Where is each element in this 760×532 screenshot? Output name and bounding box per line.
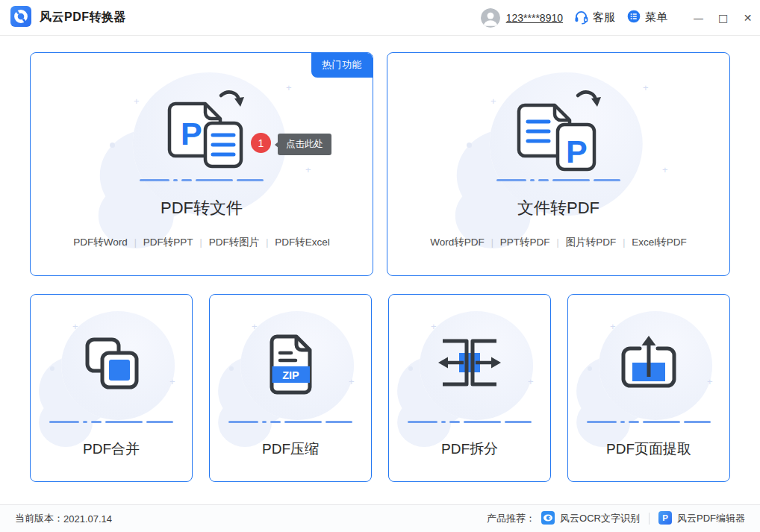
underline-dashes <box>140 179 264 181</box>
card-pdf-merge[interactable]: + + PDF合并 <box>30 294 193 482</box>
sub-item: 图片转PDF <box>566 236 617 249</box>
spark-icon: + <box>490 96 496 106</box>
sub-item: PDF转Excel <box>275 236 330 249</box>
decor-dot <box>467 143 472 148</box>
app-logo-icon <box>10 6 31 30</box>
product-pdf-editor-label: 风云PDF编辑器 <box>677 512 745 525</box>
window-controls: — □ ✕ <box>686 6 760 30</box>
sub-item: Word转PDF <box>430 236 485 249</box>
app-title: 风云PDF转换器 <box>40 10 126 25</box>
product-recommendations: 产品推荐： 风云OCR文字识别 P <box>487 511 745 527</box>
pdf-extract-icon <box>611 332 686 396</box>
underline-dashes <box>496 179 620 181</box>
card-pdf-split[interactable]: + + PDF拆分 <box>388 294 551 482</box>
version-label: 当前版本： <box>15 512 63 525</box>
separator: | <box>623 237 625 248</box>
click-here-tooltip: 点击此处 <box>278 134 331 155</box>
underline-dashes <box>49 421 173 423</box>
maximize-button[interactable]: □ <box>711 6 735 30</box>
card-title: 文件转PDF <box>387 197 729 219</box>
customer-service-button[interactable]: 客服 <box>573 9 615 27</box>
sub-item: Excel转PDF <box>632 236 687 249</box>
pdf-to-file-icon: P <box>146 86 258 177</box>
titlebar: 风云PDF转换器 123****8910 客服 <box>0 0 760 36</box>
card-title: PDF页面提取 <box>568 439 729 459</box>
product-ocr-link[interactable]: 风云OCR文字识别 <box>541 511 640 527</box>
decor-dot <box>50 366 54 371</box>
separator: | <box>557 237 559 248</box>
underline-dashes <box>408 421 532 423</box>
user-avatar-icon[interactable] <box>481 8 500 28</box>
card-title: PDF压缩 <box>210 439 371 459</box>
separator: | <box>491 237 493 248</box>
minimize-button[interactable]: — <box>686 6 711 30</box>
spark-icon: + <box>643 83 649 93</box>
sub-item: PPT转PDF <box>500 236 550 249</box>
titlebar-right: 123****8910 客服 菜单 <box>481 6 760 30</box>
card-subtitle: PDF转Word | PDF转PPT | PDF转图片 | PDF转Excel <box>31 236 373 249</box>
decor-dot <box>588 366 592 371</box>
product-ocr-label: 风云OCR文字识别 <box>560 512 640 525</box>
menu-button[interactable]: 菜单 <box>626 9 667 26</box>
account-link[interactable]: 123****8910 <box>506 12 563 24</box>
letter-p: P <box>181 116 202 151</box>
hot-feature-badge: 热门功能 <box>311 53 373 78</box>
separator: | <box>134 237 137 248</box>
card-pdf-compress[interactable]: + + ZIP PDF压缩 <box>209 294 372 482</box>
statusbar: 当前版本： 2021.07.14 产品推荐： 风云OCR文字识别 <box>0 504 760 532</box>
zip-label: ZIP <box>282 369 299 381</box>
pdf-editor-app-icon: P <box>658 511 672 527</box>
sub-item: PDF转PPT <box>143 236 193 249</box>
separator: | <box>266 237 268 248</box>
card-title: PDF合并 <box>31 439 192 459</box>
card-file-to-pdf[interactable]: + + + P 文件转PDF Word转PDF | PPT转PDF | 图片转P… <box>387 52 730 276</box>
divider <box>649 513 650 525</box>
spark-icon: + <box>134 96 140 106</box>
decor-dot <box>408 366 413 371</box>
spark-icon: + <box>286 83 292 93</box>
separator: | <box>200 237 202 248</box>
customer-service-label: 客服 <box>593 10 615 25</box>
spark-icon: + <box>305 165 311 175</box>
card-pdf-to-file[interactable]: + + + P 1 点击此处 PDF转文件 PDF转Word | PDF转PPT… <box>30 52 373 276</box>
letter-p: P <box>566 134 588 169</box>
notification-badge: 1 <box>251 133 271 153</box>
product-pdf-editor-link[interactable]: P 风云PDF编辑器 <box>658 511 745 527</box>
brand: 风云PDF转换器 <box>0 6 126 30</box>
ocr-app-icon <box>541 511 555 527</box>
card-title: PDF拆分 <box>389 439 550 459</box>
pdf-merge-icon <box>74 332 149 401</box>
decor-dot <box>229 366 234 371</box>
underline-dashes <box>228 421 352 423</box>
headset-icon <box>573 9 589 27</box>
close-button[interactable]: ✕ <box>735 6 760 30</box>
pdf-compress-icon: ZIP <box>253 332 328 401</box>
sub-item: PDF转图片 <box>209 236 260 249</box>
menu-label: 菜单 <box>645 10 667 25</box>
menu-icon <box>626 9 641 26</box>
card-title: PDF转文件 <box>31 197 373 219</box>
decor-dot <box>110 143 115 148</box>
sub-item: PDF转Word <box>73 236 128 249</box>
recommend-label: 产品推荐： <box>487 512 535 525</box>
spark-icon: + <box>662 165 668 175</box>
version-value: 2021.07.14 <box>63 513 112 525</box>
card-pdf-page-extract[interactable]: + + PDF页面提取 <box>567 294 730 482</box>
pdf-split-icon <box>432 332 507 396</box>
underline-dashes <box>587 421 711 423</box>
file-to-pdf-icon: P <box>502 86 614 177</box>
letter-p: P <box>662 513 668 522</box>
card-subtitle: Word转PDF | PPT转PDF | 图片转PDF | Excel转PDF <box>387 236 729 249</box>
